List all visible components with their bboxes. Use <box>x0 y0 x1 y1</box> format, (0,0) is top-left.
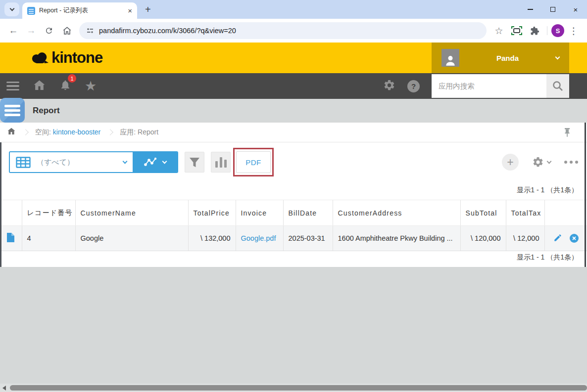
portal-menu-button[interactable] <box>6 82 19 91</box>
cell-invoice: Google.pdf <box>236 226 283 251</box>
window-controls: × <box>519 0 587 19</box>
record-count-bottom: 显示1 - 1 （共1条） <box>517 253 578 262</box>
filter-button[interactable] <box>185 152 204 173</box>
more-options-button[interactable] <box>564 161 578 164</box>
reload-icon <box>45 26 53 35</box>
header-customer-name[interactable]: CustomerName <box>75 200 188 226</box>
browser-menu-button[interactable]: ⋮ <box>565 22 582 39</box>
cell-sub-total: \ 120,000 <box>460 226 506 251</box>
url-bar[interactable]: pandafirm.cybozu.com/k/3066/?q&view=20 <box>79 22 487 39</box>
search-icon <box>552 80 564 92</box>
horizontal-scrollbar[interactable] <box>0 384 587 392</box>
cell-customer-address: 1600 Amphitheatre Pkwy Building ... <box>333 226 460 251</box>
kintone-logo[interactable]: kintone <box>31 49 102 67</box>
delete-record-button[interactable] <box>570 234 579 243</box>
scroll-left-arrow-icon[interactable] <box>2 386 6 391</box>
kintone-logo-text: kintone <box>51 49 102 67</box>
pin-button[interactable] <box>564 128 570 139</box>
chevron-right-icon <box>107 129 113 135</box>
person-icon <box>444 54 457 67</box>
cell-bill-date: 2025-03-31 <box>283 226 333 251</box>
settings-button[interactable] <box>383 79 395 93</box>
tab-search-button[interactable] <box>4 2 19 16</box>
chevron-down-icon <box>547 159 552 164</box>
profile-avatar[interactable]: S <box>551 24 564 37</box>
back-button[interactable]: ← <box>5 22 22 39</box>
browser-tab[interactable]: Report - 记录列表 × <box>22 2 137 19</box>
left-scroll-edge <box>0 142 1 267</box>
view-select-dropdown[interactable]: （すべて） <box>10 152 133 172</box>
chevron-down-icon <box>123 159 128 164</box>
tab-close-icon[interactable]: × <box>128 7 132 14</box>
home-icon <box>33 79 46 91</box>
page-title: Report <box>33 106 60 116</box>
browser-window: Report - 记录列表 × + × ← → pandafirm.cybozu… <box>0 0 587 392</box>
header-total-tax[interactable]: TotalTax <box>506 200 544 226</box>
header-customer-address[interactable]: CustomerAddress <box>333 200 460 226</box>
table-row[interactable]: 4 Google \ 132,000 Google.pdf 2025-03-31… <box>0 226 587 251</box>
notifications-button[interactable]: 1 <box>59 79 71 93</box>
tab-strip: Report - 记录列表 × + × <box>0 0 587 19</box>
cell-customer-name: Google <box>75 226 188 251</box>
header-total-price[interactable]: TotalPrice <box>188 200 236 226</box>
app-settings-button[interactable] <box>532 156 551 168</box>
toolbar-divider <box>547 26 547 35</box>
screenshot-icon <box>511 26 522 35</box>
window-maximize-button[interactable] <box>541 0 564 19</box>
breadcrumb-space: 空间: kintone-booster <box>35 128 100 137</box>
view-toolbar: （すべて） PDF + <box>9 151 578 173</box>
chart-button[interactable] <box>211 152 231 173</box>
kintone-favicon-icon <box>27 7 35 15</box>
record-detail-cell[interactable] <box>0 226 22 251</box>
forward-button[interactable]: → <box>23 22 40 39</box>
bookmark-button[interactable]: ☆ <box>490 22 507 39</box>
search-input[interactable] <box>432 74 546 98</box>
home-icon <box>7 127 16 135</box>
user-name: Panda <box>459 54 556 62</box>
header-record-no[interactable]: レコード番号 <box>22 200 75 226</box>
record-table: レコード番号 CustomerName TotalPrice Invoice B… <box>0 200 587 251</box>
view-selector-value: （すべて） <box>37 158 117 167</box>
gear-icon <box>383 79 395 91</box>
user-menu[interactable]: Panda <box>432 43 569 73</box>
funnel-icon <box>189 157 200 168</box>
new-tab-button[interactable]: + <box>145 4 151 14</box>
add-record-button[interactable]: + <box>502 154 519 171</box>
chart-view-button[interactable] <box>133 152 177 172</box>
help-button[interactable]: ? <box>407 80 420 92</box>
header-sub-total[interactable]: SubTotal <box>460 200 506 226</box>
breadcrumb-home-button[interactable] <box>7 127 16 137</box>
url-text: pandafirm.cybozu.com/k/3066/?q&view=20 <box>99 27 236 35</box>
cell-actions <box>544 226 587 251</box>
pdf-button-wrapper: PDF <box>236 151 271 173</box>
close-icon <box>572 236 576 240</box>
edit-record-button[interactable] <box>553 233 562 244</box>
app-title-bar: Report <box>0 99 587 123</box>
screenshot-extension-button[interactable] <box>508 22 525 39</box>
pdf-button[interactable]: PDF <box>236 151 271 173</box>
invoice-file-link[interactable]: Google.pdf <box>241 234 276 242</box>
portal-home-button[interactable] <box>33 79 46 93</box>
puzzle-icon <box>530 26 539 36</box>
header-bill-date[interactable]: BillDate <box>283 200 333 226</box>
window-minimize-button[interactable] <box>519 0 541 19</box>
scrollbar-thumb[interactable] <box>10 385 587 391</box>
app-icon <box>0 98 25 123</box>
extensions-button[interactable] <box>526 22 543 39</box>
minimize-icon <box>528 9 533 10</box>
cloud-icon <box>31 51 49 65</box>
search-button[interactable] <box>546 74 569 98</box>
graph-nodes-icon <box>144 157 157 168</box>
reload-button[interactable] <box>41 22 57 39</box>
window-close-button[interactable]: × <box>564 0 587 19</box>
home-icon <box>62 26 72 36</box>
bar-chart-icon <box>215 157 227 168</box>
header-invoice[interactable]: Invoice <box>236 200 283 226</box>
cell-record-no: 4 <box>22 226 75 251</box>
space-link[interactable]: kintone-booster <box>53 128 101 136</box>
record-file-icon <box>7 233 14 242</box>
pin-icon <box>564 128 570 137</box>
pencil-icon <box>553 233 562 242</box>
favorites-button[interactable]: ★ <box>85 80 97 93</box>
home-button[interactable] <box>58 22 75 39</box>
